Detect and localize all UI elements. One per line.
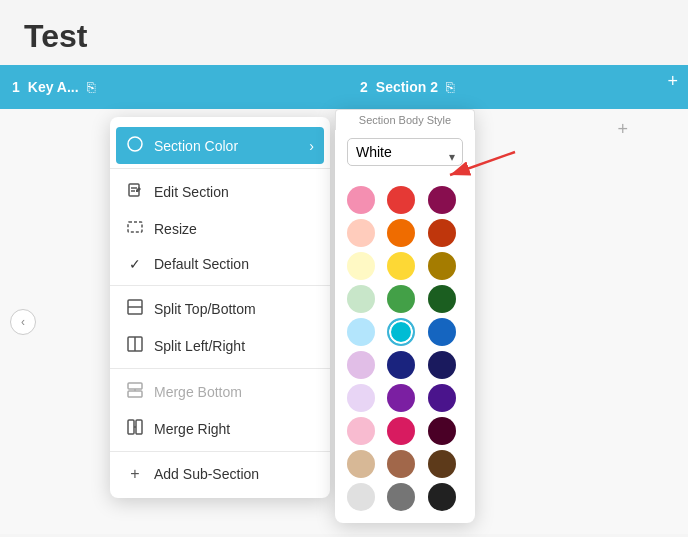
color-swatch[interactable] xyxy=(347,285,375,313)
section2-area: 2 Section 2 ⎘ xyxy=(344,65,688,109)
color-panel-label: Section Body Style xyxy=(335,109,475,130)
color-swatch[interactable] xyxy=(387,219,415,247)
divider1 xyxy=(110,168,330,169)
color-swatch[interactable] xyxy=(428,417,456,445)
menu-item-merge-right[interactable]: Merge Right xyxy=(110,410,330,447)
color-swatch[interactable] xyxy=(347,219,375,247)
menu-item-split-top-bottom[interactable]: Split Top/Bottom xyxy=(110,290,330,327)
add-sub-section-icon: + xyxy=(126,465,144,483)
divider3 xyxy=(110,368,330,369)
color-swatch[interactable] xyxy=(347,318,375,346)
section1-number: 1 xyxy=(12,79,20,95)
svg-rect-4 xyxy=(128,222,142,232)
divider4 xyxy=(110,451,330,452)
context-menu: Section Color › Edit Section xyxy=(110,117,330,498)
section1-title: Key A... xyxy=(28,79,79,95)
menu-item-edit-section-label: Edit Section xyxy=(154,184,229,200)
page-title: Test xyxy=(0,0,688,65)
menu-item-edit-section[interactable]: Edit Section xyxy=(110,173,330,210)
nav-left-arrow[interactable]: ‹ xyxy=(10,309,36,335)
menu-item-section-color[interactable]: Section Color › xyxy=(116,127,324,164)
section-color-icon xyxy=(126,136,144,155)
color-swatch[interactable] xyxy=(387,483,415,511)
menu-item-split-top-bottom-label: Split Top/Bottom xyxy=(154,301,256,317)
svg-line-16 xyxy=(450,152,515,175)
svg-rect-10 xyxy=(128,391,142,397)
color-grid xyxy=(347,186,463,511)
divider2 xyxy=(110,285,330,286)
color-swatch[interactable] xyxy=(387,351,415,379)
color-swatch[interactable] xyxy=(428,285,456,313)
menu-item-merge-bottom-label: Merge Bottom xyxy=(154,384,242,400)
menu-item-add-sub-section[interactable]: + Add Sub-Section xyxy=(110,456,330,492)
color-swatch[interactable] xyxy=(428,384,456,412)
color-swatch[interactable] xyxy=(387,450,415,478)
menu-item-split-left-right[interactable]: Split Left/Right xyxy=(110,327,330,364)
menu-item-resize[interactable]: Resize xyxy=(110,210,330,247)
menu-item-default-section[interactable]: ✓ Default Section xyxy=(110,247,330,281)
menu-item-split-left-right-label: Split Left/Right xyxy=(154,338,245,354)
add-top-right-icon[interactable]: + xyxy=(617,119,628,140)
svg-point-0 xyxy=(128,137,142,151)
color-swatch[interactable] xyxy=(387,186,415,214)
svg-rect-13 xyxy=(136,420,142,434)
red-arrow-indicator xyxy=(440,147,520,191)
add-section-icon[interactable]: + xyxy=(667,71,678,92)
merge-right-icon xyxy=(126,419,144,438)
section2-edit-icon[interactable]: ⎘ xyxy=(446,79,454,95)
svg-rect-9 xyxy=(128,383,142,389)
color-swatch[interactable] xyxy=(387,318,415,346)
color-swatch[interactable] xyxy=(347,384,375,412)
color-swatch[interactable] xyxy=(428,351,456,379)
color-swatch[interactable] xyxy=(347,417,375,445)
section1-edit-icon[interactable]: ⎘ xyxy=(87,79,95,95)
color-swatch[interactable] xyxy=(347,252,375,280)
split-left-right-icon xyxy=(126,336,144,355)
color-swatch[interactable] xyxy=(428,219,456,247)
color-swatch[interactable] xyxy=(387,417,415,445)
color-swatch[interactable] xyxy=(428,252,456,280)
resize-icon xyxy=(126,219,144,238)
color-swatch[interactable] xyxy=(428,318,456,346)
section2-number: 2 xyxy=(360,79,368,95)
menu-item-merge-bottom: Merge Bottom xyxy=(110,373,330,410)
color-swatch[interactable] xyxy=(387,252,415,280)
edit-section-icon xyxy=(126,182,144,201)
menu-item-add-sub-section-label: Add Sub-Section xyxy=(154,466,259,482)
section2-title: Section 2 xyxy=(376,79,438,95)
color-swatch[interactable] xyxy=(347,483,375,511)
color-swatch[interactable] xyxy=(347,186,375,214)
check-icon: ✓ xyxy=(126,256,144,272)
svg-rect-12 xyxy=(128,420,134,434)
color-swatch[interactable] xyxy=(428,450,456,478)
menu-item-merge-right-label: Merge Right xyxy=(154,421,230,437)
menu-item-default-section-label: Default Section xyxy=(154,256,249,272)
color-swatch[interactable] xyxy=(347,351,375,379)
menu-item-section-color-label: Section Color xyxy=(154,138,238,154)
header-bar: 1 Key A... ⎘ 2 Section 2 ⎘ + xyxy=(0,65,688,109)
arrow-icon: › xyxy=(309,138,314,154)
merge-bottom-icon xyxy=(126,382,144,401)
color-swatch[interactable] xyxy=(387,384,415,412)
color-swatch[interactable] xyxy=(347,450,375,478)
content-area: ‹ + + Section Color › xyxy=(0,109,688,534)
split-top-bottom-icon xyxy=(126,299,144,318)
color-swatch[interactable] xyxy=(387,285,415,313)
color-swatch[interactable] xyxy=(428,483,456,511)
menu-item-resize-label: Resize xyxy=(154,221,197,237)
